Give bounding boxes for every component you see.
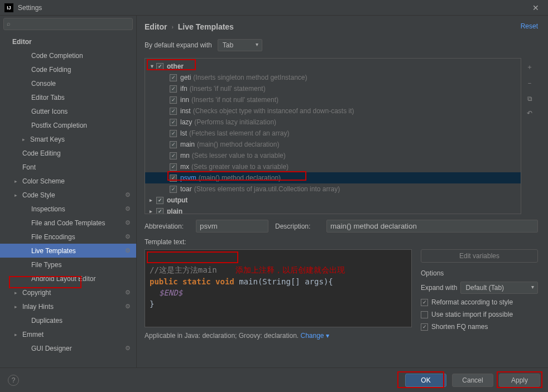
template-lazy[interactable]: ✓lazy (Performs lazy initialization) bbox=[145, 117, 521, 128]
settings-sidebar: ⌕ Editor Code CompletionCode FoldingCons… bbox=[0, 16, 137, 367]
ok-button[interactable]: OK bbox=[405, 374, 446, 387]
sidebar-item-editor-tabs[interactable]: Editor Tabs bbox=[0, 90, 136, 104]
dialog-footer: ? OK Cancel Apply bbox=[0, 367, 548, 392]
gear-icon: ⚙ bbox=[125, 247, 131, 254]
window-title: Settings bbox=[18, 4, 42, 12]
sidebar-item-file-types[interactable]: File Types bbox=[0, 258, 136, 272]
templates-toolbar: ＋ － ⧉ ↶ bbox=[521, 58, 538, 214]
sidebar-item-file-and-code-templates[interactable]: File and Code Templates⚙ bbox=[0, 216, 136, 230]
template-inst[interactable]: ✓inst (Checks object type with instanceo… bbox=[145, 105, 521, 117]
chevron-right-icon: ▸ bbox=[15, 192, 20, 198]
sidebar-item-postfix-completion[interactable]: Postfix Completion bbox=[0, 118, 136, 132]
help-button[interactable]: ? bbox=[8, 375, 19, 386]
checkbox-inn[interactable]: ✓ bbox=[170, 96, 177, 104]
template-mx[interactable]: ✓mx (Sets greater value to a variable) bbox=[145, 161, 521, 172]
chevron-right-icon: ▸ bbox=[22, 137, 28, 142]
gear-icon: ⚙ bbox=[125, 289, 131, 296]
group-plain[interactable]: ▸✓plain bbox=[145, 206, 521, 214]
checkbox-shorten[interactable]: ✓ bbox=[421, 323, 428, 331]
expand-with-label: Expand with bbox=[421, 284, 457, 292]
edit-variables-button[interactable]: Edit variables bbox=[421, 249, 538, 263]
add-icon[interactable]: ＋ bbox=[526, 62, 533, 72]
abbreviation-input[interactable] bbox=[196, 220, 268, 233]
sidebar-item-gui-designer[interactable]: GUI Designer⚙ bbox=[0, 341, 136, 355]
template-psvm[interactable]: ✓psvm (main() method declaration) bbox=[145, 172, 521, 183]
sidebar-item-emmet[interactable]: ▸Emmet bbox=[0, 327, 136, 341]
expand-combo[interactable]: Tab bbox=[218, 39, 262, 51]
main-panel: Editor › Live Templates Reset By default… bbox=[137, 16, 548, 367]
abbreviation-label: Abbreviation: bbox=[145, 222, 189, 230]
templates-tree[interactable]: ▼ ✓ other ✓geti (Inserts singleton metho… bbox=[145, 58, 521, 214]
sidebar-item-duplicates[interactable]: Duplicates bbox=[0, 313, 136, 327]
sidebar-item-inlay-hints[interactable]: ▸Inlay Hints⚙ bbox=[0, 299, 136, 313]
group-other[interactable]: ▼ ✓ other bbox=[145, 61, 521, 72]
sidebar-item-inspections[interactable]: Inspections⚙ bbox=[0, 202, 136, 216]
sidebar-item-gutter-icons[interactable]: Gutter Icons bbox=[0, 104, 136, 118]
sidebar-item-copyright[interactable]: ▸Copyright⚙ bbox=[0, 285, 136, 299]
chevron-right-icon: ▸ bbox=[15, 290, 20, 296]
sidebar-item-live-templates[interactable]: Live Templates⚙ bbox=[0, 244, 136, 258]
chevron-right-icon: › bbox=[171, 24, 173, 30]
titlebar: IJ Settings ✕ bbox=[0, 0, 548, 16]
gear-icon: ⚙ bbox=[125, 233, 131, 240]
checkbox-mn[interactable]: ✓ bbox=[170, 152, 177, 159]
sidebar-item-code-folding[interactable]: Code Folding bbox=[0, 62, 136, 76]
tree-root-editor[interactable]: Editor bbox=[0, 35, 136, 49]
chevron-down-icon: ▼ bbox=[150, 64, 156, 69]
remove-icon[interactable]: － bbox=[526, 79, 533, 88]
sidebar-item-code-style[interactable]: ▸Code Style⚙ bbox=[0, 188, 136, 202]
sidebar-item-code-editing[interactable]: Code Editing bbox=[0, 146, 136, 160]
chevron-right-icon: ▸ bbox=[15, 332, 20, 337]
gear-icon: ⚙ bbox=[125, 191, 131, 199]
checkbox-static-import[interactable] bbox=[421, 311, 428, 318]
template-ifn[interactable]: ✓ifn (Inserts 'if null' statement) bbox=[145, 83, 521, 94]
checkbox-geti[interactable]: ✓ bbox=[170, 74, 177, 81]
template-inn[interactable]: ✓inn (Inserts 'if not null' statement) bbox=[145, 94, 521, 105]
gear-icon: ⚙ bbox=[125, 219, 131, 226]
gear-icon: ⚙ bbox=[125, 345, 131, 352]
checkbox-reformat[interactable]: ✓ bbox=[421, 299, 428, 306]
sidebar-item-android-layout-editor[interactable]: Android Layout Editor bbox=[0, 272, 136, 285]
chevron-right-icon: ▸ bbox=[15, 178, 20, 184]
checkbox-main[interactable]: ✓ bbox=[170, 141, 177, 148]
template-text-editor[interactable]: //这是主方法main 添加上注释，以后创建就会出现 public static… bbox=[145, 249, 412, 327]
checkbox-ifn[interactable]: ✓ bbox=[170, 85, 177, 93]
settings-search: ⌕ bbox=[0, 16, 136, 32]
checkbox-toar[interactable]: ✓ bbox=[170, 186, 177, 193]
change-link[interactable]: Change ▾ bbox=[301, 332, 329, 340]
sidebar-item-code-completion[interactable]: Code Completion bbox=[0, 49, 136, 62]
template-mn[interactable]: ✓mn (Sets lesser value to a variable) bbox=[145, 150, 521, 161]
checkbox-lst[interactable]: ✓ bbox=[170, 130, 177, 137]
description-input[interactable] bbox=[326, 220, 538, 233]
sidebar-item-console[interactable]: Console bbox=[0, 76, 136, 90]
close-icon[interactable]: ✕ bbox=[528, 2, 544, 13]
checkbox-mx[interactable]: ✓ bbox=[170, 163, 177, 171]
gear-icon: ⚙ bbox=[125, 303, 131, 310]
group-output[interactable]: ▸✓output bbox=[145, 195, 521, 206]
breadcrumb-editor[interactable]: Editor bbox=[145, 22, 167, 31]
template-main[interactable]: ✓main (main() method declaration) bbox=[145, 139, 521, 150]
checkbox-lazy[interactable]: ✓ bbox=[170, 119, 177, 126]
chevron-right-icon: ▸ bbox=[150, 197, 156, 203]
gear-icon: ⚙ bbox=[125, 205, 131, 212]
template-lst[interactable]: ✓lst (Fetches last element of an array) bbox=[145, 128, 521, 139]
chevron-right-icon: ▸ bbox=[15, 304, 20, 309]
checkbox-other[interactable]: ✓ bbox=[156, 63, 164, 70]
search-input[interactable] bbox=[3, 18, 133, 30]
description-label: Description: bbox=[275, 222, 320, 230]
copy-icon[interactable]: ⧉ bbox=[527, 95, 532, 103]
template-geti[interactable]: ✓geti (Inserts singleton method getInsta… bbox=[145, 72, 521, 83]
sidebar-item-smart-keys[interactable]: ▸Smart Keys bbox=[0, 132, 136, 146]
apply-button[interactable]: Apply bbox=[499, 374, 540, 387]
cancel-button[interactable]: Cancel bbox=[452, 374, 493, 387]
applicable-context: Applicable in Java: declaration; Groovy:… bbox=[145, 332, 538, 340]
undo-icon[interactable]: ↶ bbox=[527, 109, 532, 117]
checkbox-inst[interactable]: ✓ bbox=[170, 108, 177, 115]
expand-with-combo[interactable]: Default (Tab) bbox=[460, 282, 538, 294]
sidebar-item-font[interactable]: Font bbox=[0, 160, 136, 174]
template-toar[interactable]: ✓toar (Stores elements of java.util.Coll… bbox=[145, 183, 521, 195]
reset-link[interactable]: Reset bbox=[521, 22, 538, 30]
sidebar-item-file-encodings[interactable]: File Encodings⚙ bbox=[0, 230, 136, 244]
sidebar-item-color-scheme[interactable]: ▸Color Scheme bbox=[0, 174, 136, 188]
checkbox-psvm[interactable]: ✓ bbox=[170, 175, 177, 182]
